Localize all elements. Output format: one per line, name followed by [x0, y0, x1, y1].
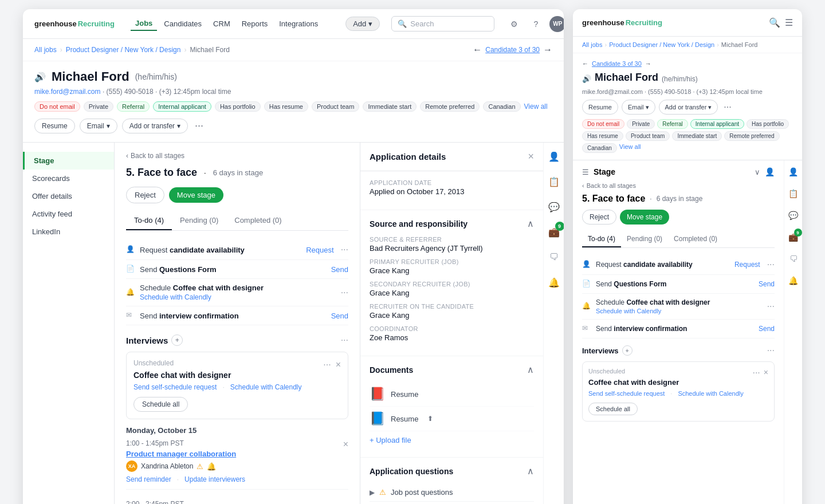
send-reminder-link[interactable]: Send reminder [126, 475, 171, 483]
briefcase-side-icon[interactable]: 💼 9 [546, 224, 562, 240]
update-interviewers-link[interactable]: Update interviewers [184, 475, 245, 483]
send-interview-link[interactable]: Send [331, 312, 348, 320]
app-question-job-post[interactable]: ▶ ⚠ Job post questions [370, 483, 534, 502]
search-box[interactable]: 🔍 Search [391, 16, 494, 32]
add-transfer-button[interactable]: Add or transfer ▾ [122, 119, 188, 133]
second-message-side-icon[interactable]: 🗨 [787, 252, 800, 266]
second-todo-more-1[interactable]: ··· [767, 259, 775, 270]
product-manager-collaboration-link[interactable]: Product manager collaboration [126, 450, 236, 458]
message-side-icon[interactable]: 🗨 [546, 249, 562, 265]
second-calendly-link[interactable]: Schedule with Calendly [596, 308, 760, 314]
second-request-link[interactable]: Request [734, 261, 760, 269]
todo-more-1[interactable]: ··· [341, 245, 348, 255]
second-block-close[interactable]: × [764, 368, 768, 378]
second-interviews-more[interactable]: ··· [767, 345, 775, 356]
second-email-button[interactable]: Email ▾ [622, 100, 655, 115]
second-briefcase-side-icon[interactable]: 💼 9 [787, 230, 800, 244]
app-questions-header[interactable]: Application questions ∧ [370, 466, 534, 477]
nav-integrations[interactable]: Integrations [274, 17, 323, 30]
reject-button[interactable]: Reject [126, 187, 164, 203]
second-resume-button[interactable]: Resume [582, 100, 618, 115]
second-schedule-all-button[interactable]: Schedule all [588, 403, 638, 415]
second-menu-icon[interactable]: ☰ [785, 17, 793, 28]
second-email-link[interactable]: mike.ford@zmail.com [582, 88, 643, 95]
tab-todo[interactable]: To-do (4) [126, 211, 172, 230]
tab-pending[interactable]: Pending (0) [172, 211, 226, 230]
schedule-with-calendly-link[interactable]: Schedule with Calendly [230, 383, 302, 391]
second-tab-pending[interactable]: Pending (0) [621, 231, 668, 247]
help-icon[interactable]: ? [528, 16, 544, 32]
interview-block-more[interactable]: ··· [323, 360, 331, 370]
user-avatar[interactable]: WP [549, 16, 564, 32]
more-actions-button[interactable]: ··· [192, 117, 206, 134]
nav-jobs[interactable]: Jobs [131, 17, 157, 31]
second-add-transfer-button[interactable]: Add or transfer ▾ [659, 100, 718, 115]
move-stage-button[interactable]: Move stage [169, 187, 223, 203]
prev-candidate-arrow[interactable]: ← [473, 45, 482, 55]
send-self-schedule-link[interactable]: Send self-schedule request [133, 383, 217, 391]
candidate-email[interactable]: mike.ford@zmail.com [34, 88, 101, 96]
todo-more-2[interactable]: ··· [341, 288, 348, 298]
second-candidate-progress-link[interactable]: Candidate 3 of 30 [592, 60, 642, 67]
sidebar-item-activity-feed[interactable]: Activity feed [23, 205, 114, 223]
job-path-link[interactable]: Product Designer / New York / Design [66, 46, 181, 54]
email-button[interactable]: Email ▾ [80, 119, 117, 133]
second-stage-chevron[interactable]: ∨ [755, 168, 760, 176]
request-link[interactable]: Request [306, 246, 333, 254]
schedule-calendly-link-1[interactable]: Schedule with Calendly [140, 293, 334, 301]
view-all-tags[interactable]: View all [524, 103, 548, 111]
second-all-jobs-link[interactable]: All jobs [582, 41, 602, 48]
second-block-more[interactable]: ··· [752, 368, 760, 378]
resume-button[interactable]: Resume [34, 119, 75, 133]
second-self-schedule-link[interactable]: Send self-schedule request [588, 390, 665, 397]
send-questions-link[interactable]: Send [331, 265, 348, 274]
nav-crm[interactable]: CRM [209, 17, 235, 30]
interview-1-close[interactable]: × [343, 439, 348, 450]
second-copy-side-icon[interactable]: 📋 [787, 187, 800, 200]
sidebar-item-scorecards[interactable]: Scorecards [23, 170, 114, 187]
upload-file-link[interactable]: + Upload file [370, 431, 534, 449]
sidebar-item-offer-details[interactable]: Offer details [23, 187, 114, 205]
second-move-stage-button[interactable]: Move stage [620, 210, 669, 225]
second-search-icon[interactable]: 🔍 [769, 17, 780, 28]
second-tab-completed[interactable]: Completed (0) [668, 231, 723, 247]
second-person-side-icon[interactable]: 👤 [787, 165, 800, 179]
sidebar-item-linkedin[interactable]: LinkedIn [23, 223, 114, 241]
second-send-link[interactable]: Send [759, 280, 775, 288]
second-view-all[interactable]: View all [619, 143, 641, 153]
candidate-progress-link[interactable]: Candidate 3 of 30 [485, 46, 540, 54]
sidebar-item-stage[interactable]: Stage [23, 152, 114, 170]
second-bell-side-icon[interactable]: 🔔 [787, 274, 800, 288]
second-add-interview[interactable]: + [622, 345, 632, 356]
next-candidate-arrow[interactable]: → [543, 45, 552, 55]
add-button[interactable]: Add ▾ [345, 17, 380, 31]
documents-section-header[interactable]: Documents ∧ [370, 364, 534, 375]
interview-block-close[interactable]: × [336, 360, 341, 370]
second-interview-link[interactable]: Send [759, 325, 775, 333]
second-prev-arrow[interactable]: ← [582, 60, 588, 67]
app-question-eeoc[interactable]: ▶ ⚠ EEOC [370, 502, 534, 504]
second-with-calendly-link[interactable]: Schedule with Calendly [678, 390, 743, 397]
bell-side-icon[interactable]: 🔔 [546, 274, 562, 290]
second-job-path-link[interactable]: Product Designer / New York / Design [609, 41, 714, 48]
second-reject-button[interactable]: Reject [582, 210, 616, 225]
back-to-stages-link[interactable]: ‹ Back to all stages [126, 152, 348, 160]
second-back-link[interactable]: ‹ Back to all stages [582, 182, 775, 189]
schedule-all-button[interactable]: Schedule all [133, 397, 188, 412]
tab-completed[interactable]: Completed (0) [226, 211, 289, 230]
person-side-icon[interactable]: 👤 [546, 148, 562, 164]
nav-candidates[interactable]: Candidates [159, 17, 206, 30]
settings-icon[interactable]: ⚙ [506, 16, 522, 32]
add-interview-button[interactable]: + [171, 334, 183, 346]
second-todo-more-2[interactable]: ··· [767, 301, 775, 312]
second-next-arrow[interactable]: → [645, 60, 651, 67]
close-right-panel-button[interactable]: × [528, 151, 534, 163]
nav-reports[interactable]: Reports [237, 17, 273, 30]
interviews-more-button[interactable]: ··· [341, 335, 348, 345]
all-jobs-link[interactable]: All jobs [34, 46, 57, 54]
second-more-button[interactable]: ··· [721, 100, 733, 115]
second-chat-side-icon[interactable]: 💬 [787, 208, 800, 222]
chat-side-icon[interactable]: 💬 [546, 199, 562, 215]
source-section-header[interactable]: Source and responsibility ∧ [370, 218, 534, 229]
copy-side-icon[interactable]: 📋 [546, 174, 562, 190]
